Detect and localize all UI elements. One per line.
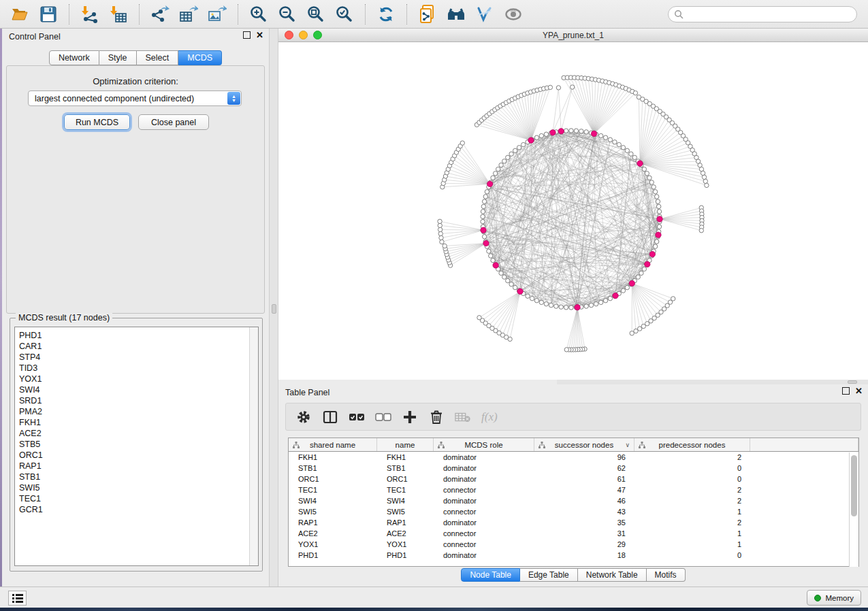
result-node-item[interactable]: PHD1: [19, 330, 258, 341]
delete-column-icon[interactable]: [428, 409, 445, 425]
unselect-all-columns-icon[interactable]: [375, 409, 391, 425]
tab-network-table[interactable]: Network Table: [578, 568, 647, 582]
table-row[interactable]: YOX1YOX1connector291: [289, 539, 858, 550]
table-row[interactable]: PHD1PHD1dominator180: [289, 550, 858, 561]
open-file-icon[interactable]: [10, 4, 30, 24]
tab-network[interactable]: Network: [49, 50, 99, 65]
cell-shared-name[interactable]: ORC1: [289, 474, 377, 484]
tab-node-table[interactable]: Node Table: [461, 568, 520, 582]
cell-successor-nodes[interactable]: 35: [534, 517, 634, 528]
column-header-successor-nodes[interactable]: successor nodes∨: [534, 438, 634, 451]
result-node-item[interactable]: CAR1: [19, 341, 258, 352]
zoom-selected-icon[interactable]: [334, 4, 355, 24]
task-history-button[interactable]: [8, 591, 27, 606]
zoom-fit-icon[interactable]: [306, 4, 326, 24]
save-session-icon[interactable]: [38, 4, 59, 24]
cell-shared-name[interactable]: SWI4: [289, 495, 377, 506]
vertical-splitter[interactable]: [269, 29, 278, 587]
memory-button[interactable]: Memory: [807, 590, 861, 606]
import-network-icon[interactable]: [80, 4, 100, 24]
show-hide-icon[interactable]: [503, 4, 524, 24]
table-settings-gear-icon[interactable]: [295, 409, 312, 425]
export-network-icon[interactable]: [150, 4, 170, 24]
column-header-name[interactable]: name: [377, 438, 434, 451]
result-list-scrollbar[interactable]: [249, 327, 258, 565]
table-row[interactable]: SWI5SWI5connector431: [289, 506, 858, 517]
table-scrollbar-thumb[interactable]: [851, 455, 857, 516]
cell-predecessor-nodes[interactable]: 2: [634, 517, 750, 528]
cell-shared-name[interactable]: FKH1: [289, 452, 377, 463]
zoom-in-icon[interactable]: [248, 4, 269, 24]
cell-predecessor-nodes[interactable]: 1: [634, 539, 750, 550]
cell-predecessor-nodes[interactable]: 0: [634, 474, 750, 484]
horizontal-splitter[interactable]: [557, 380, 868, 384]
create-column-icon[interactable]: [402, 409, 418, 425]
cell-predecessor-nodes[interactable]: 2: [634, 495, 750, 506]
column-header-MCDS-role[interactable]: MCDS role: [434, 438, 534, 451]
cell-successor-nodes[interactable]: 18: [534, 550, 634, 561]
column-header-predecessor-nodes[interactable]: predecessor nodes: [634, 438, 750, 451]
cell-name[interactable]: TEC1: [377, 484, 434, 495]
float-panel-icon[interactable]: [243, 31, 251, 39]
cell-predecessor-nodes[interactable]: 1: [634, 506, 750, 517]
horizontal-splitter-handle[interactable]: [848, 380, 857, 384]
cell-shared-name[interactable]: PHD1: [289, 550, 377, 561]
close-panel-button[interactable]: Close panel: [138, 114, 209, 130]
cell-shared-name[interactable]: TEC1: [289, 484, 377, 495]
show-column-panel-icon[interactable]: [322, 409, 338, 425]
result-node-item[interactable]: SRD1: [19, 395, 258, 406]
cell-predecessor-nodes[interactable]: 0: [634, 463, 750, 474]
cell-successor-nodes[interactable]: 62: [534, 463, 634, 474]
cell-MCDS-role[interactable]: connector: [434, 484, 534, 495]
result-node-item[interactable]: TEC1: [19, 493, 258, 504]
cell-MCDS-role[interactable]: dominator: [434, 550, 534, 561]
cell-name[interactable]: YOX1: [377, 539, 434, 550]
result-node-item[interactable]: FKH1: [19, 417, 258, 428]
export-image-icon[interactable]: [207, 4, 227, 24]
cell-successor-nodes[interactable]: 46: [534, 495, 634, 506]
import-table-icon[interactable]: [108, 4, 129, 24]
table-row[interactable]: STB1STB1dominator620: [289, 463, 858, 474]
table-row[interactable]: ACE2ACE2connector311: [289, 528, 858, 539]
result-node-item[interactable]: STB1: [19, 472, 258, 482]
tab-style[interactable]: Style: [99, 50, 137, 65]
result-node-item[interactable]: YOX1: [19, 374, 258, 384]
table-row[interactable]: TEC1TEC1connector472: [289, 484, 858, 495]
cell-name[interactable]: FKH1: [377, 452, 434, 463]
close-panel-icon[interactable]: ✕: [256, 31, 263, 39]
cell-predecessor-nodes[interactable]: 2: [634, 484, 750, 495]
cell-successor-nodes[interactable]: 29: [534, 539, 634, 550]
cell-shared-name[interactable]: YOX1: [289, 539, 377, 550]
cell-successor-nodes[interactable]: 43: [534, 506, 634, 517]
table-row[interactable]: FKH1FKH1dominator962: [289, 452, 858, 463]
result-node-item[interactable]: PMA2: [19, 406, 258, 417]
result-node-item[interactable]: SWI5: [19, 482, 258, 493]
table-row[interactable]: ORC1ORC1dominator610: [289, 474, 858, 484]
close-panel-icon[interactable]: ✕: [855, 387, 863, 395]
search-input[interactable]: [684, 10, 856, 19]
cell-name[interactable]: ORC1: [377, 474, 434, 484]
cell-MCDS-role[interactable]: connector: [434, 539, 534, 550]
cell-successor-nodes[interactable]: 47: [534, 484, 634, 495]
result-node-item[interactable]: SWI4: [19, 384, 258, 395]
result-node-item[interactable]: TID3: [19, 363, 258, 374]
cell-name[interactable]: RAP1: [377, 517, 434, 528]
cell-shared-name[interactable]: SWI5: [289, 506, 377, 517]
cell-successor-nodes[interactable]: 31: [534, 528, 634, 539]
result-node-item[interactable]: GCR1: [19, 504, 258, 515]
table-scrollbar[interactable]: [849, 452, 858, 567]
mcds-result-list[interactable]: PHD1CAR1STP4TID3YOX1SWI4SRD1PMA2FKH1ACE2…: [14, 327, 259, 566]
cell-name[interactable]: ACE2: [377, 528, 434, 539]
run-mcds-button[interactable]: Run MCDS: [64, 114, 130, 130]
table-row[interactable]: SWI4SWI4dominator462: [289, 495, 858, 506]
cell-MCDS-role[interactable]: connector: [434, 506, 534, 517]
result-node-item[interactable]: ORC1: [19, 450, 258, 461]
vertical-splitter-handle[interactable]: [272, 304, 276, 314]
tab-select[interactable]: Select: [137, 50, 179, 65]
column-header-shared-name[interactable]: shared name: [289, 438, 377, 451]
cell-name[interactable]: SWI5: [377, 506, 434, 517]
vizmapper-icon[interactable]: [475, 4, 495, 24]
cell-MCDS-role[interactable]: dominator: [434, 517, 534, 528]
cell-name[interactable]: PHD1: [377, 550, 434, 561]
cell-successor-nodes[interactable]: 61: [534, 474, 634, 484]
